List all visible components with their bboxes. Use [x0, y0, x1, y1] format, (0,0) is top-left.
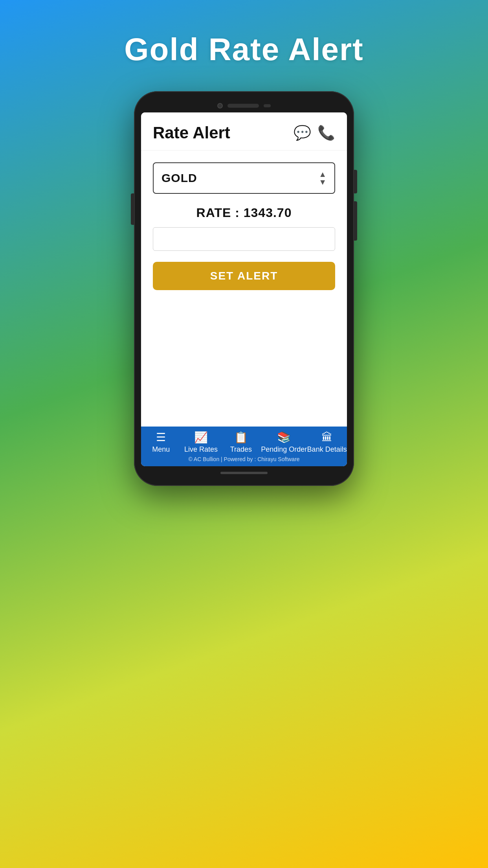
nav-label-bank-details: Bank Details	[307, 445, 347, 454]
menu-icon: ☰	[156, 432, 166, 443]
nav-label-menu: Menu	[152, 445, 170, 454]
app-header-title: Rate Alert	[153, 123, 230, 142]
app-body: GOLD ▲ ▼ RATE : 1343.70 SET ALERT	[141, 151, 347, 427]
volume-button-right	[354, 201, 357, 241]
nav-item-live-rates[interactable]: 📈 Live Rates	[181, 432, 221, 454]
alert-rate-input[interactable]	[153, 227, 335, 251]
volume-button-left	[131, 193, 134, 225]
rate-display: RATE : 1343.70	[153, 206, 335, 220]
earpiece-speaker	[227, 104, 259, 108]
whatsapp-icon[interactable]: 💬	[294, 125, 311, 141]
nav-item-trades[interactable]: 📋 Trades	[221, 432, 261, 454]
nav-footer: © AC Bullion | Powered by : Chirayu Soft…	[141, 454, 347, 464]
set-alert-button[interactable]: SET ALERT	[153, 262, 335, 290]
commodity-select-value: GOLD	[161, 171, 197, 185]
proximity-sensor	[264, 104, 271, 107]
phone-screen: Rate Alert 💬 📞 GOLD ▲ ▼ RATE : 1343.	[141, 112, 347, 466]
header-icons: 💬 📞	[294, 125, 335, 141]
commodity-select[interactable]: GOLD ▲ ▼	[153, 162, 335, 194]
app-content: Rate Alert 💬 📞 GOLD ▲ ▼ RATE : 1343.	[141, 112, 347, 466]
nav-item-bank-details[interactable]: 🏛 Bank Details	[307, 432, 347, 454]
bottom-navigation: ☰ Menu 📈 Live Rates 📋 Trades 📚 Pending O…	[141, 427, 347, 466]
trades-icon: 📋	[234, 432, 248, 443]
phone-notch	[141, 103, 347, 108]
pending-order-icon: 📚	[277, 432, 291, 443]
nav-item-pending-order[interactable]: 📚 Pending Order	[261, 432, 307, 454]
nav-label-pending-order: Pending Order	[261, 445, 307, 454]
power-button	[354, 170, 357, 193]
phone-mockup: Rate Alert 💬 📞 GOLD ▲ ▼ RATE : 1343.	[134, 91, 354, 486]
home-bar-area	[141, 472, 347, 474]
nav-item-menu[interactable]: ☰ Menu	[141, 432, 181, 454]
nav-items: ☰ Menu 📈 Live Rates 📋 Trades 📚 Pending O…	[141, 432, 347, 454]
select-arrows-icon: ▲ ▼	[319, 170, 327, 186]
home-indicator	[220, 472, 268, 474]
phone-icon[interactable]: 📞	[317, 125, 335, 141]
nav-label-live-rates: Live Rates	[184, 445, 218, 454]
front-camera	[217, 103, 223, 108]
page-title: Gold Rate Alert	[124, 31, 363, 68]
bank-details-icon: 🏛	[321, 432, 332, 443]
live-rates-icon: 📈	[194, 432, 208, 443]
nav-label-trades: Trades	[230, 445, 252, 454]
app-header: Rate Alert 💬 📞	[141, 112, 347, 151]
